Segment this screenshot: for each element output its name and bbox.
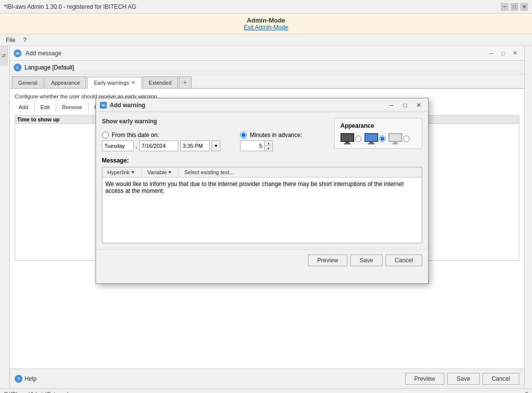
show-warning-title: Show early warning — [102, 118, 326, 125]
tab-bar: General Appearance Early warnings ✕ Exte… — [10, 74, 524, 89]
dialog-preview-button[interactable]: Preview — [308, 254, 348, 266]
variable-dropdown-arrow: ▼ — [168, 170, 172, 175]
toolbar-sep-3 — [88, 103, 89, 111]
minutes-column: Minutes in advance: ▲ ▼ — [240, 132, 302, 151]
appearance-radio-3[interactable] — [403, 136, 410, 142]
appearance-radio-2[interactable] — [379, 136, 386, 142]
radio-columns: From this date on: , ▼ — [102, 132, 326, 151]
time-input[interactable] — [180, 140, 210, 151]
bottom-preview-button[interactable]: Preview — [405, 373, 445, 385]
sidebar-nav: N — [0, 46, 8, 66]
dialog-title-text: Add warning — [110, 102, 383, 109]
appearance-option-3 — [388, 133, 410, 144]
appearance-box: Appearance — [334, 118, 422, 149]
spin-buttons: ▲ ▼ — [265, 140, 273, 151]
add-message-bar: m Add message ─ □ ✕ — [10, 46, 524, 61]
message-toolbar: Hyperlink ▼ Variable ▼ Select existing t… — [102, 167, 422, 178]
dialog-close[interactable]: ✕ — [413, 101, 424, 110]
from-date-radio[interactable] — [102, 132, 109, 139]
add-message-maximize[interactable]: □ — [498, 49, 508, 58]
add-button[interactable]: Add — [15, 103, 32, 111]
dialog-minimize[interactable]: ─ — [386, 101, 397, 110]
toolbar-sep-msg-2 — [178, 169, 178, 176]
close-button[interactable]: ✕ — [520, 3, 528, 11]
exit-admin-link[interactable]: Exit Admin-Mode — [3, 24, 529, 31]
monitor-base-1 — [344, 143, 351, 144]
appearance-options — [340, 133, 416, 144]
status-bar: C:\IBI-aws\Admin\Data.xml 0 — [0, 388, 532, 393]
left-controls: Show early warning From this date on: , — [102, 118, 326, 151]
day-of-week-input[interactable] — [102, 140, 134, 151]
time-column-header: Time to show up — [17, 116, 60, 122]
date-input[interactable] — [139, 140, 178, 151]
bottom-cancel-button[interactable]: Cancel — [483, 373, 519, 385]
add-message-minimize[interactable]: ─ — [486, 49, 497, 58]
tab-extended[interactable]: Extended — [143, 76, 178, 88]
minutes-input-row: ▲ ▼ — [240, 140, 302, 151]
monitor-base-2 — [368, 143, 375, 144]
status-count: 0 — [525, 391, 528, 393]
monitor-base-3 — [392, 143, 399, 144]
show-warning-container: Show early warning From this date on: , — [102, 118, 422, 151]
message-text-wrapper: We would like to inform you that due to … — [102, 178, 422, 243]
tab-close-icon[interactable]: ✕ — [131, 80, 135, 85]
help-link[interactable]: ? Help — [15, 375, 37, 383]
tab-add-button[interactable]: + — [179, 76, 192, 88]
message-label: Message: — [102, 157, 422, 164]
monitor-icon-1 — [340, 133, 354, 144]
title-bar: *IBI-aws Admin 1.30.0 - registered for I… — [0, 0, 532, 14]
appearance-radio-1[interactable] — [355, 136, 362, 142]
tab-general[interactable]: General — [12, 76, 44, 88]
date-dropdown-btn[interactable]: ▼ — [212, 140, 220, 151]
minutes-option[interactable]: Minutes in advance: — [240, 132, 302, 139]
edit-button[interactable]: Edit — [37, 103, 54, 111]
toolbar-sep-2 — [56, 103, 56, 111]
add-warning-dialog: w Add warning ─ □ ✕ Show early warning F… — [96, 98, 429, 284]
select-text-button[interactable]: Select existing text... — [182, 169, 236, 176]
bottom-bar: ? Help Preview Save Cancel — [10, 369, 524, 388]
dialog-maximize[interactable]: □ — [400, 101, 411, 110]
help-text: Help — [24, 375, 37, 382]
left-sidebar: N — [0, 46, 10, 388]
message-textarea[interactable]: We would like to inform you that due to … — [102, 178, 422, 241]
monitor-icon-2 — [364, 133, 378, 144]
minutes-radio[interactable] — [240, 132, 247, 139]
minimize-button[interactable]: ─ — [501, 3, 508, 11]
tab-appearance[interactable]: Appearance — [45, 76, 86, 88]
language-bar: L Language [Default] — [10, 61, 524, 74]
remove-button[interactable]: Remove — [58, 103, 86, 111]
monitor-screen-2 — [364, 133, 378, 142]
appearance-option-1 — [340, 133, 362, 144]
toolbar-sep-1 — [34, 103, 35, 111]
dialog-title-icon: w — [100, 102, 107, 109]
maximize-button[interactable]: □ — [510, 3, 518, 11]
hyperlink-dropdown-arrow: ▼ — [131, 170, 135, 175]
dialog-cancel-button[interactable]: Cancel — [386, 254, 422, 266]
toolbar-sep-msg-1 — [141, 169, 142, 176]
dialog-footer: Preview Save Cancel — [96, 249, 428, 271]
spin-down-button[interactable]: ▼ — [265, 146, 272, 151]
monitor-screen-1 — [340, 133, 354, 142]
dialog-body: Show early warning From this date on: , — [96, 112, 428, 249]
menu-bar: File ? — [0, 34, 532, 46]
add-message-close[interactable]: ✕ — [509, 49, 520, 58]
monitor-screen-3 — [388, 133, 402, 142]
from-date-option[interactable]: From this date on: — [102, 132, 220, 139]
bottom-save-button[interactable]: Save — [447, 373, 479, 385]
appearance-title: Appearance — [340, 122, 416, 129]
menu-help[interactable]: ? — [19, 36, 30, 45]
minutes-input[interactable] — [240, 140, 265, 151]
variable-button[interactable]: Variable ▼ — [145, 169, 174, 176]
hyperlink-button[interactable]: Hyperlink ▼ — [105, 169, 137, 176]
menu-file[interactable]: File — [2, 36, 19, 45]
right-scrollbar — [524, 46, 532, 388]
spin-up-button[interactable]: ▲ — [265, 141, 272, 146]
minutes-label: Minutes in advance: — [250, 132, 302, 139]
date-input-row: , ▼ — [102, 140, 220, 151]
message-editor: Hyperlink ▼ Variable ▼ Select existing t… — [102, 167, 422, 243]
message-section: Message: Hyperlink ▼ Variable ▼ Select e… — [102, 157, 422, 243]
tab-early-warnings[interactable]: Early warnings ✕ — [87, 77, 141, 89]
bottom-buttons: Preview Save Cancel — [405, 373, 519, 385]
monitor-icon-3 — [388, 133, 402, 144]
dialog-save-button[interactable]: Save — [350, 254, 382, 266]
